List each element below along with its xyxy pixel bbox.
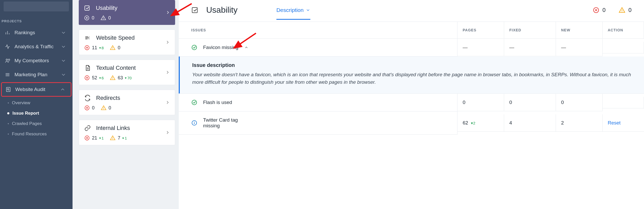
error-delta: 1 <box>99 136 104 140</box>
warning-delta: 70 <box>125 76 132 80</box>
warning-icon <box>101 15 106 21</box>
tab-description[interactable]: Description <box>276 7 310 20</box>
svg-point-2 <box>7 88 9 90</box>
col-pages: Pages <box>457 22 504 39</box>
warning-count: 7 <box>118 135 120 141</box>
reset-link[interactable]: Reset <box>608 120 621 126</box>
card-redirects[interactable]: Redirects 0 0 <box>79 90 175 115</box>
check-circle-icon <box>191 44 197 51</box>
warning-icon <box>110 45 116 51</box>
sidebar-item-website-audit[interactable]: Website Audit <box>1 82 71 97</box>
sidebar-sub-issue-report[interactable]: Issue Report <box>0 108 73 119</box>
cell-pages: 62 ▾2 <box>457 114 504 132</box>
redirect-icon <box>84 95 91 101</box>
checkbox-icon <box>191 6 199 14</box>
warning-count: 0 <box>108 15 111 21</box>
svg-point-7 <box>113 49 113 49</box>
chevron-up-icon <box>244 45 249 50</box>
header-error-count: 0 <box>603 7 606 13</box>
issue-description: Issue description Your website doesn't h… <box>179 57 644 94</box>
sidebar-item-competitors[interactable]: My Competitors <box>1 54 71 67</box>
chevron-right-icon <box>165 70 170 75</box>
card-textual-content[interactable]: Textual Content 52 6 63 70 <box>79 60 175 85</box>
search-input[interactable] <box>4 2 69 11</box>
bullet-icon <box>7 112 9 114</box>
issue-row[interactable]: Favicon missing <box>179 39 457 57</box>
cell-fixed: — <box>504 39 556 56</box>
error-count: 0 <box>92 105 95 111</box>
sidebar-sub-overview[interactable]: Overview <box>0 98 73 108</box>
cell-fixed: 0 <box>504 94 556 111</box>
subitem-label: Issue Report <box>12 111 39 116</box>
desc-body: Your website doesn't have a favicon, whi… <box>192 71 632 86</box>
sidebar-item-rankings[interactable]: Rankings <box>1 26 71 39</box>
warning-delta: 1 <box>122 136 127 140</box>
svg-point-19 <box>192 100 197 105</box>
chevron-down-icon <box>61 44 66 50</box>
bullet-icon <box>8 134 9 135</box>
svg-rect-15 <box>192 8 197 13</box>
cell-action <box>603 97 644 108</box>
issue-detail-panel: Usability Description 0 0 Issues Pages F… <box>179 0 644 209</box>
subitem-label: Found Resources <box>12 131 47 137</box>
sidebar-item-analytics[interactable]: Analytics & Traffic <box>1 40 71 53</box>
check-circle-icon <box>191 99 197 106</box>
sidebar-item-label: Marketing Plan <box>15 72 47 78</box>
magnify-page-icon <box>5 87 11 92</box>
chevron-right-icon <box>165 130 170 135</box>
issue-row[interactable]: Flash is used <box>179 94 457 112</box>
bar-chart-icon <box>5 30 10 36</box>
warning-count: 63 <box>118 75 123 81</box>
card-internal-links[interactable]: Internal Links 21 1 7 1 <box>79 120 175 145</box>
info-circle-icon <box>191 120 197 126</box>
error-delta: 6 <box>99 76 104 80</box>
chevron-right-icon <box>165 40 170 45</box>
speed-icon <box>84 34 91 41</box>
checkbox-icon <box>84 5 91 11</box>
bullet-icon <box>8 123 9 124</box>
card-usability[interactable]: Usability 0 0 <box>79 0 175 25</box>
card-website-speed[interactable]: Website Speed 11 8 0 <box>79 30 175 55</box>
issues-table: Issues Pages Fixed New Action Favicon mi… <box>179 22 644 135</box>
cell-pages: 0 <box>457 94 504 111</box>
chevron-down-icon <box>61 30 66 36</box>
sidebar-sub-crawled-pages[interactable]: Crawled Pages <box>0 119 73 129</box>
issue-name: Flash is used <box>203 100 232 105</box>
card-title: Textual Content <box>96 65 136 71</box>
svg-point-18 <box>192 45 197 50</box>
issue-row[interactable]: Twitter Card tag missing <box>179 112 457 135</box>
chevron-down-icon <box>306 8 310 12</box>
sidebar-sub-found-resources[interactable]: Found Resources <box>0 129 73 139</box>
svg-rect-1 <box>6 87 10 92</box>
chevron-right-icon <box>165 10 170 15</box>
issue-name: Favicon missing <box>203 45 238 50</box>
error-delta: 8 <box>99 46 104 50</box>
users-icon <box>5 58 10 64</box>
error-icon <box>84 105 90 111</box>
chevron-up-icon <box>60 87 66 92</box>
col-action: Action <box>603 22 644 39</box>
card-title: Redirects <box>96 95 120 101</box>
chevron-down-icon <box>61 72 66 78</box>
svg-point-13 <box>113 139 113 139</box>
issue-name: Twitter Card tag missing <box>203 117 245 129</box>
chevron-right-icon <box>165 100 170 105</box>
subitem-label: Crawled Pages <box>12 121 42 126</box>
chevron-down-icon <box>61 58 66 64</box>
sidebar: PROJECTS Rankings Analytics & Traffic My… <box>0 0 73 209</box>
error-icon <box>84 75 90 81</box>
page-title: Usability <box>206 5 238 15</box>
warning-icon <box>101 105 106 111</box>
sidebar-item-marketing-plan[interactable]: Marketing Plan <box>1 68 71 81</box>
col-new: New <box>556 22 603 39</box>
tab-label: Description <box>276 7 304 13</box>
sidebar-item-label: Website Audit <box>15 87 45 92</box>
warning-icon <box>619 7 625 13</box>
card-title: Internal Links <box>96 125 130 131</box>
cell-pages: — <box>457 39 504 56</box>
warning-count: 0 <box>118 45 120 51</box>
svg-point-5 <box>103 19 103 19</box>
category-cards: Usability 0 0 Website Speed 11 8 <box>73 0 179 209</box>
error-icon <box>84 15 90 21</box>
desc-title: Issue description <box>192 62 632 68</box>
